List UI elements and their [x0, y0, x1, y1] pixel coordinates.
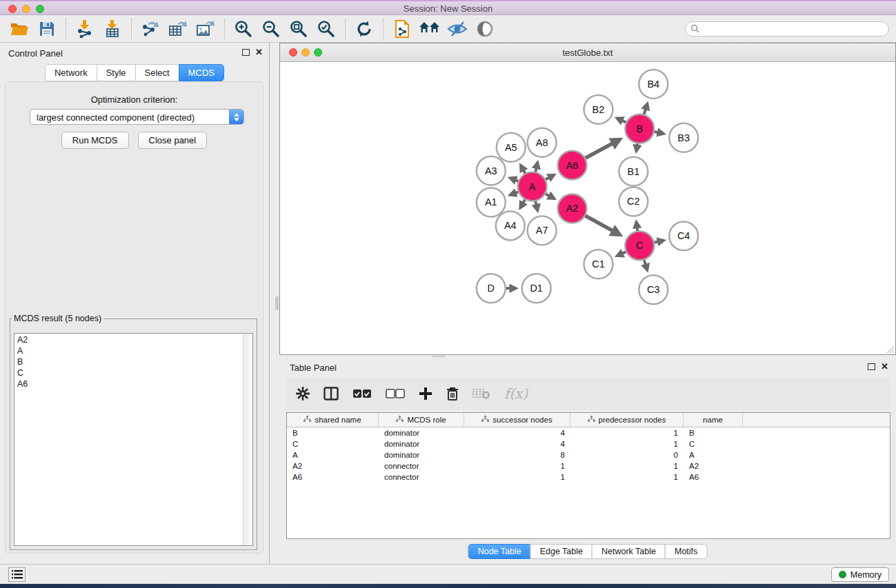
tab-mcds[interactable]: MCDS	[179, 64, 224, 81]
node-A4[interactable]: A4	[496, 211, 525, 240]
node-C3[interactable]: C3	[639, 275, 668, 304]
tab-select[interactable]: Select	[135, 64, 179, 81]
node-A7[interactable]: A7	[528, 216, 557, 245]
node-C1[interactable]: C1	[584, 250, 613, 278]
tab-network-table[interactable]: Network Table	[592, 544, 666, 559]
task-history-button[interactable]	[8, 567, 26, 582]
criterion-value: largest connected component (directed)	[37, 112, 195, 123]
table-cell: A6	[684, 472, 743, 483]
criterion-dropdown[interactable]: largest connected component (directed)	[30, 109, 244, 125]
node-B4[interactable]: B4	[639, 70, 668, 99]
scrollbar[interactable]	[243, 334, 252, 545]
save-session-icon[interactable]	[33, 18, 61, 40]
tab-style[interactable]: Style	[97, 64, 136, 81]
delete-column-icon[interactable]	[446, 387, 459, 401]
node-B3[interactable]: B3	[669, 123, 698, 152]
tab-edge-table[interactable]: Edge Table	[530, 544, 593, 559]
export-table-icon[interactable]	[164, 18, 192, 40]
table-row[interactable]: Adominator80A	[287, 449, 890, 460]
network-canvas[interactable]: AA1A2A3A4A5A6A7A8BB1B2B3B4CC1C2C3C4DD1	[280, 63, 895, 354]
column-header-successor-nodes[interactable]: successor nodes	[464, 413, 570, 427]
import-network-icon[interactable]	[71, 18, 99, 40]
network-document-icon[interactable]	[388, 18, 416, 40]
session-title: Session: New Session	[0, 3, 896, 14]
table-cell: 0	[570, 449, 684, 460]
home-network-icon[interactable]	[416, 18, 444, 40]
tab-network[interactable]: Network	[45, 64, 97, 81]
open-file-icon[interactable]	[6, 18, 33, 40]
table-panel-title: Table Panel	[290, 363, 337, 373]
checked-columns-icon[interactable]	[352, 389, 372, 398]
close-panel-icon[interactable]: ✕	[255, 47, 263, 57]
split-table-icon[interactable]	[323, 387, 339, 401]
import-table-icon[interactable]	[99, 18, 126, 40]
table-cell: connector	[379, 460, 464, 472]
zoom-fit-icon[interactable]	[285, 18, 312, 40]
node-C2[interactable]: C2	[619, 187, 648, 216]
hide-eye-icon[interactable]	[444, 18, 471, 40]
zoom-out-icon[interactable]	[257, 18, 285, 40]
result-list-item[interactable]: B	[17, 356, 250, 367]
zoom-selected-icon[interactable]	[312, 18, 340, 40]
node-A3[interactable]: A3	[477, 156, 506, 185]
edge-A6-B[interactable]	[584, 139, 619, 159]
table-row[interactable]: Bdominator41B	[287, 427, 890, 438]
unchecked-columns-icon[interactable]	[386, 389, 405, 398]
column-header-predecessor-nodes[interactable]: predecessor nodes	[570, 413, 684, 427]
node-A5[interactable]: A5	[497, 133, 526, 162]
function-builder-icon[interactable]: f(x)	[504, 385, 528, 402]
vertical-splitter-handle[interactable]	[275, 296, 279, 310]
table-panel-header: Table Panel ✕	[279, 357, 896, 376]
mcds-result-list[interactable]: A2ABCA6	[14, 333, 253, 546]
memory-button[interactable]: Memory	[831, 567, 889, 582]
resize-grip[interactable]	[885, 344, 895, 354]
table-row[interactable]: A2connector11A2	[287, 460, 890, 472]
control-panel: Control Panel ✕ Network Style Select MCD…	[0, 43, 270, 564]
close-panel-button[interactable]: Close panel	[138, 132, 208, 149]
node-A6[interactable]: A6	[558, 151, 587, 180]
add-column-icon[interactable]	[419, 387, 432, 401]
node-D[interactable]: D	[477, 274, 506, 303]
node-table[interactable]: shared nameMCDS rolesuccessor nodesprede…	[286, 412, 890, 539]
run-mcds-button[interactable]: Run MCDS	[61, 132, 129, 149]
edge-A2-C[interactable]	[584, 215, 619, 235]
svg-text:B2: B2	[593, 104, 605, 115]
result-list-item[interactable]: A6	[17, 378, 250, 389]
node-B1[interactable]: B1	[619, 157, 648, 186]
node-A8[interactable]: A8	[528, 128, 557, 157]
node-A2[interactable]: A2	[558, 194, 587, 223]
search-field[interactable]	[685, 21, 889, 37]
node-C4[interactable]: C4	[669, 221, 698, 250]
table-cell: B	[684, 427, 743, 438]
result-list-item[interactable]: A	[17, 345, 250, 356]
column-header-name[interactable]: name	[684, 413, 743, 427]
column-header-shared-name[interactable]: shared name	[287, 413, 379, 427]
tab-motifs[interactable]: Motifs	[665, 544, 707, 559]
node-B[interactable]: B	[625, 114, 654, 143]
gear-icon[interactable]	[296, 387, 310, 401]
table-row[interactable]: Cdominator41C	[287, 438, 890, 449]
network-graph[interactable]: AA1A2A3A4A5A6A7A8BB1B2B3B4CC1C2C3C4DD1	[280, 63, 895, 354]
float-panel-icon[interactable]	[242, 49, 250, 56]
refresh-icon[interactable]	[350, 18, 378, 40]
search-input[interactable]	[702, 24, 888, 34]
float-panel-icon[interactable]	[868, 363, 875, 370]
delete-table-icon[interactable]	[472, 387, 490, 400]
node-A[interactable]: A	[518, 172, 547, 201]
export-image-icon[interactable]	[192, 18, 219, 40]
node-C[interactable]: C	[625, 231, 654, 260]
close-panel-icon[interactable]: ✕	[881, 361, 888, 372]
node-D1[interactable]: D1	[522, 274, 551, 303]
svg-text:C4: C4	[677, 230, 690, 241]
result-list-item[interactable]: A2	[17, 334, 250, 345]
zoom-in-icon[interactable]	[230, 18, 257, 40]
tab-node-table[interactable]: Node Table	[468, 544, 531, 559]
table-row[interactable]: A6connector11A6	[287, 472, 890, 483]
node-B2[interactable]: B2	[584, 95, 613, 124]
show-eye-icon[interactable]	[471, 18, 499, 40]
node-A1[interactable]: A1	[477, 188, 506, 217]
column-header-MCDS-role[interactable]: MCDS role	[379, 413, 464, 427]
network-window-titlebar[interactable]: testGlobe.txt	[280, 43, 895, 62]
export-network-icon[interactable]	[137, 18, 164, 40]
result-list-item[interactable]: C	[17, 367, 250, 378]
